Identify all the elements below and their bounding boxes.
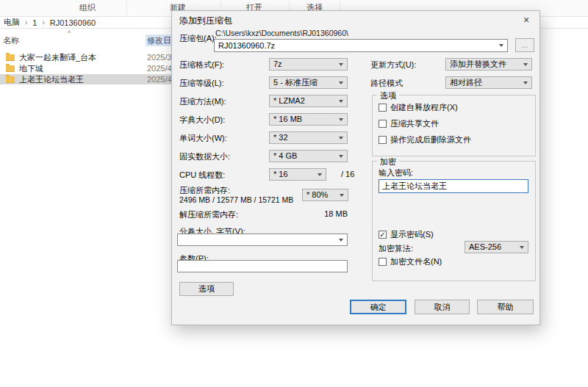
file-date: 2025/4/ xyxy=(147,64,172,73)
cpu-threads-combobox[interactable]: * 16 xyxy=(269,168,326,181)
memory-usage-label: 压缩所需内存: xyxy=(179,185,230,196)
algorithm-combobox[interactable]: AES-256 xyxy=(465,241,528,253)
sort-ascending-icon: ^ xyxy=(68,29,71,37)
format-label: 压缩格式(F): xyxy=(179,59,224,70)
folder-icon xyxy=(6,76,15,83)
path-mode-label: 路径模式 xyxy=(370,78,403,89)
breadcrumb-item-folder[interactable]: RJ01360960 xyxy=(50,18,96,27)
screen: 组织 新建 打开 选择 电脑 › 1 › RJ01360960 名称 ^ 修改日… xyxy=(0,0,588,387)
file-date: 2025/3/ xyxy=(147,53,172,62)
cpu-threads-label: CPU 线程数: xyxy=(179,170,225,181)
column-header-name[interactable]: 名称 xyxy=(3,35,19,46)
solid-size-value: * 4 GB xyxy=(273,151,297,160)
encryption-group-title: 加密 xyxy=(377,156,399,167)
file-name: 上老王论坛当老王 xyxy=(19,74,84,85)
ribbon-separator xyxy=(126,0,127,16)
archive-label: 压缩包(A): xyxy=(179,33,217,44)
file-name: 大家一起来翻译_台本 xyxy=(19,52,96,63)
shared-files-checkbox[interactable] xyxy=(379,120,387,128)
delete-after-checkbox-row: 操作完成后删除源文件 xyxy=(379,134,471,145)
solid-size-label: 固实数据大小: xyxy=(179,151,230,162)
chevron-down-icon xyxy=(499,44,503,47)
archive-file-name: RJ01360960.7z xyxy=(218,41,275,50)
help-button[interactable]: 帮助 xyxy=(477,300,534,314)
show-password-checkbox-row: ✓ 显示密码(S) xyxy=(379,229,434,239)
shared-files-checkbox-row: 压缩共享文件 xyxy=(379,118,439,129)
add-to-archive-dialog: 添加到压缩包 × 压缩包(A): C:\Users\kxz\Documents\… xyxy=(171,10,540,325)
chevron-down-icon xyxy=(339,100,343,103)
folder-icon xyxy=(6,54,15,61)
chevron-down-icon xyxy=(339,63,343,66)
browse-button[interactable]: ... xyxy=(515,38,534,52)
parameters-input[interactable] xyxy=(177,260,348,272)
sfx-checkbox-label: 创建自释放程序(X) xyxy=(390,102,458,113)
shared-files-checkbox-label: 压缩共享文件 xyxy=(390,118,439,129)
format-value: 7z xyxy=(273,59,282,68)
archive-name-combobox[interactable]: RJ01360960.7z xyxy=(214,39,508,52)
breadcrumb-item-1[interactable]: 1 xyxy=(32,18,37,27)
chevron-right-icon: › xyxy=(25,18,27,26)
options-button[interactable]: 选项 xyxy=(179,282,234,296)
chevron-down-icon xyxy=(523,63,528,66)
memory-usage-detail: 2496 MB / 12577 MB / 15721 MB xyxy=(179,195,293,204)
chevron-right-icon: › xyxy=(42,18,44,26)
decompress-memory-label: 解压缩所需内存: xyxy=(179,209,238,220)
close-icon[interactable]: × xyxy=(520,13,533,26)
method-value: * LZMA2 xyxy=(273,96,305,105)
word-size-value: * 32 xyxy=(273,133,288,142)
password-label: 输入密码: xyxy=(379,167,413,178)
update-mode-value: 添加并替换文件 xyxy=(450,59,506,68)
word-size-combobox[interactable]: * 32 xyxy=(269,131,348,144)
update-mode-combobox[interactable]: 添加并替换文件 xyxy=(445,58,532,70)
chevron-down-icon xyxy=(339,82,343,84)
column-header-date[interactable]: 修改日期 xyxy=(146,35,172,46)
method-combobox[interactable]: * LZMA2 xyxy=(269,95,348,107)
chevron-down-icon xyxy=(339,118,343,121)
level-combobox[interactable]: 5 - 标准压缩 xyxy=(269,76,348,89)
options-group-title: 选项 xyxy=(377,90,399,101)
password-input[interactable] xyxy=(379,179,528,193)
sfx-checkbox[interactable] xyxy=(379,104,387,112)
decompress-memory-value: 18 MB xyxy=(282,209,348,218)
level-label: 压缩等级(L): xyxy=(179,78,224,89)
show-password-label: 显示密码(S) xyxy=(390,229,434,240)
ok-button[interactable]: 确定 xyxy=(350,300,406,314)
dialog-title: 添加到压缩包 xyxy=(179,15,232,27)
chevron-down-icon xyxy=(339,137,343,140)
dictionary-label: 字典大小(D): xyxy=(179,115,225,126)
algorithm-label: 加密算法: xyxy=(379,243,413,254)
word-size-label: 单词大小(W): xyxy=(179,133,227,144)
encrypt-names-label: 加密文件名(N) xyxy=(390,256,442,267)
solid-size-combobox[interactable]: * 4 GB xyxy=(269,150,348,162)
format-combobox[interactable]: 7z xyxy=(269,58,348,70)
folder-icon xyxy=(6,65,15,72)
file-row[interactable]: 地下城 2025/4/ xyxy=(0,63,173,73)
ribbon-group-organize[interactable]: 组织 xyxy=(79,0,96,16)
breadcrumb: 电脑 › 1 › RJ01360960 xyxy=(4,17,96,28)
chevron-down-icon xyxy=(339,239,343,242)
delete-after-checkbox-label: 操作完成后删除源文件 xyxy=(390,134,471,145)
dictionary-value: * 16 MB xyxy=(273,115,302,123)
method-label: 压缩方法(M): xyxy=(179,96,226,107)
archive-dir-path: C:\Users\kxz\Documents\RJ01360960\ xyxy=(215,29,348,37)
memory-percent-value: * 80% xyxy=(306,190,328,199)
file-name: 地下城 xyxy=(19,63,43,74)
file-row[interactable]: 大家一起来翻译_台本 2025/3/ xyxy=(0,52,173,62)
show-password-checkbox-checked[interactable]: ✓ xyxy=(379,231,387,239)
memory-percent-combobox[interactable]: * 80% xyxy=(302,189,348,201)
chevron-down-icon xyxy=(339,155,343,158)
delete-after-checkbox[interactable] xyxy=(379,136,387,144)
cancel-button[interactable]: 取消 xyxy=(415,300,470,314)
volume-size-combobox[interactable] xyxy=(177,234,348,246)
breadcrumb-item-computer[interactable]: 电脑 xyxy=(4,17,20,28)
encrypt-names-checkbox[interactable] xyxy=(379,258,387,266)
algorithm-value: AES-256 xyxy=(469,242,501,251)
chevron-down-icon xyxy=(523,82,528,84)
level-value: 5 - 标准压缩 xyxy=(273,78,318,87)
chevron-down-icon xyxy=(520,246,524,249)
file-row-selected[interactable]: 上老王论坛当老王 2025/4/ xyxy=(0,74,173,84)
update-mode-label: 更新方式(U): xyxy=(370,59,416,70)
cpu-threads-max: / 16 xyxy=(341,170,354,178)
path-mode-combobox[interactable]: 相对路径 xyxy=(445,76,532,89)
dictionary-combobox[interactable]: * 16 MB xyxy=(269,113,348,126)
